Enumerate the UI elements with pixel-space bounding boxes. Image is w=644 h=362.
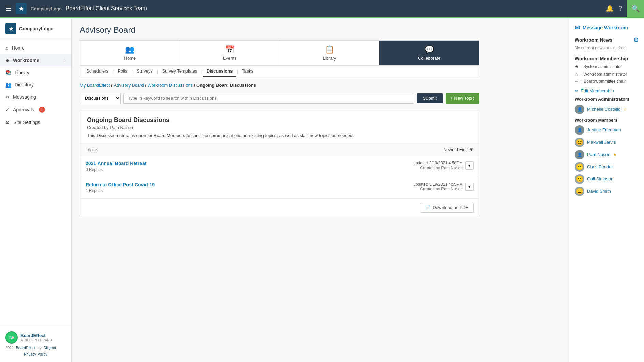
topic-left: 2021 Annual Board Retreat 0 Replies xyxy=(86,161,413,172)
tab-events[interactable]: 📅 Events xyxy=(180,41,280,65)
topic-name: Return to Office Post Covid-19 xyxy=(86,182,413,187)
tab-events-label: Events xyxy=(223,56,237,61)
list-item[interactable]: 🙂 Gail Simpson xyxy=(575,174,639,184)
message-workroom-button[interactable]: ✉ Message Workroom xyxy=(575,24,639,31)
search-submit-button[interactable]: Submit xyxy=(417,93,443,103)
search-type-select[interactable]: Discussions xyxy=(80,93,121,104)
sub-tab-survey-templates[interactable]: Survey Templates xyxy=(159,66,200,77)
discussion-title: Ongoing Board Discussions xyxy=(87,116,472,124)
sub-tab-surveys[interactable]: Surveys xyxy=(133,66,156,77)
notification-icon[interactable]: 🔔 xyxy=(606,5,613,12)
list-item[interactable]: 👤 Pam Nason ★ xyxy=(575,150,639,159)
sub-tab-schedulers[interactable]: Schedulers xyxy=(83,66,112,77)
hamburger-menu[interactable]: ☰ xyxy=(5,4,12,13)
discussion-section: Ongoing Board Discussions Created by Pam… xyxy=(80,111,479,217)
workroom-news-label: Workroom News xyxy=(575,37,612,43)
tab-library-icon: 📋 xyxy=(325,45,334,54)
sidebar-item-label: Home xyxy=(12,45,24,51)
sidebar-item-directory[interactable]: 👥 Directory xyxy=(0,79,71,91)
sidebar-item-label: Directory xyxy=(15,82,34,88)
discussion-meta: Created by Pam Nason xyxy=(87,125,472,130)
new-topic-button[interactable]: + New Topic xyxy=(446,93,479,104)
sidebar-logo: ★ CompanyLogo xyxy=(0,18,71,39)
workroom-news-empty: No current news at this time. xyxy=(575,46,639,50)
add-news-button[interactable]: ⊕ xyxy=(633,36,639,44)
tab-bar: 👥 Home 📅 Events 📋 Library 💬 Collaborate xyxy=(80,40,479,66)
list-item[interactable]: 😐 Chris Pender xyxy=(575,162,639,172)
breadcrumb-sep: / xyxy=(194,83,196,88)
tab-collaborate-label: Collaborate xyxy=(418,56,441,61)
download-pdf-button[interactable]: 📄 Download as PDF xyxy=(420,203,474,213)
sidebar-item-label: Library xyxy=(15,70,29,75)
avatar-icon: 😊 xyxy=(576,139,583,146)
sub-tab-discussions[interactable]: Discussions xyxy=(203,66,236,77)
tab-library[interactable]: 📋 Library xyxy=(280,41,380,65)
breadcrumb-my-boardeffect[interactable]: My BoardEffect xyxy=(80,83,110,88)
list-item[interactable]: 👤 Justine Friedman xyxy=(575,125,639,135)
sidebar-logo-icon: ★ xyxy=(5,23,16,34)
footer-diligent-link[interactable]: Diligent xyxy=(43,346,56,350)
footer-boardeffect-link[interactable]: BoardEffect xyxy=(16,346,35,350)
footer-privacy-link[interactable]: Privacy Policy xyxy=(24,352,47,356)
member-name: Chris Pender xyxy=(587,164,613,169)
top-bar-title: BoardEffect Client Services Team xyxy=(66,5,602,12)
tab-collaborate[interactable]: 💬 Collaborate xyxy=(379,41,479,65)
system-admin-star: ★ xyxy=(613,152,617,157)
legend-board-chair: ← = Board/Committee chair xyxy=(575,78,639,85)
member-avatar: 😑 xyxy=(575,187,584,196)
right-panel: ✉ Message Workroom Workroom News ⊕ No cu… xyxy=(569,18,644,362)
topic-right: updated 3/19/2021 4:58PM Created by Pam … xyxy=(413,161,474,170)
home-icon: ⌂ xyxy=(5,45,8,51)
member-avatar: 😊 xyxy=(575,138,584,147)
approvals-badge: 1 xyxy=(39,107,45,113)
list-item[interactable]: 😑 David Smith xyxy=(575,187,639,196)
member-name: Michelle Costello xyxy=(587,107,620,112)
member-name: David Smith xyxy=(587,189,611,194)
topics-sort-select[interactable]: Newest First ▼ xyxy=(443,147,474,152)
avatar-icon: 👤 xyxy=(577,128,582,132)
search-input[interactable] xyxy=(123,93,414,104)
sidebar-item-site-settings[interactable]: ⚙ Site Settings xyxy=(0,116,71,128)
help-icon[interactable]: ? xyxy=(619,5,622,12)
star-outline-icon: ☆ xyxy=(575,71,579,78)
breadcrumb-workroom-discussions[interactable]: Workroom Discussions xyxy=(148,83,193,88)
edit-membership-label: Edit Membership xyxy=(581,88,614,93)
sidebar-nav: ⌂ Home ⊞ Workrooms › 📚 Library 👥 Directo… xyxy=(0,39,71,326)
breadcrumb-sep: / xyxy=(145,83,147,88)
footer-by: by xyxy=(38,346,42,350)
topic-dropdown-button[interactable]: ▾ xyxy=(465,161,474,170)
membership-legend: ★ = System administrator ☆ = Workroom ad… xyxy=(575,63,639,85)
breadcrumb: My BoardEffect / Advisory Board / Workro… xyxy=(80,83,479,88)
topic-dropdown-button[interactable]: ▾ xyxy=(465,183,474,191)
table-row[interactable]: Return to Office Post Covid-19 1 Replies… xyxy=(80,177,479,198)
star-icon: ★ xyxy=(575,63,579,71)
list-item[interactable]: 😊 Maxwell Jarvis xyxy=(575,138,639,147)
list-item[interactable]: 👤 Michelle Costello ☆ xyxy=(575,105,639,114)
search-panel-icon[interactable]: 🔍 xyxy=(627,0,644,17)
workroom-news-section: Workroom News ⊕ No current news at this … xyxy=(575,36,639,50)
chevron-right-icon: › xyxy=(64,58,66,63)
member-avatar: 👤 xyxy=(575,150,584,159)
tab-events-icon: 📅 xyxy=(225,45,234,54)
avatar-icon: 👤 xyxy=(577,107,582,112)
sidebar-item-workrooms[interactable]: ⊞ Workrooms › xyxy=(0,54,71,66)
discussion-header: Ongoing Board Discussions Created by Pam… xyxy=(80,111,479,138)
table-row[interactable]: 2021 Annual Board Retreat 0 Replies upda… xyxy=(80,156,479,177)
sub-tab-polls[interactable]: Polls xyxy=(114,66,131,77)
breadcrumb-sep: / xyxy=(111,83,114,88)
sidebar-item-home[interactable]: ⌂ Home xyxy=(0,42,71,54)
sidebar-item-label: Workrooms xyxy=(13,58,40,63)
sub-tab-tasks[interactable]: Tasks xyxy=(239,66,257,77)
breadcrumb-advisory-board[interactable]: Advisory Board xyxy=(114,83,144,88)
tab-home[interactable]: 👥 Home xyxy=(80,41,180,65)
edit-membership-link[interactable]: ✏ Edit Membership xyxy=(575,88,639,93)
workroom-membership-title: Workroom Membership xyxy=(575,56,639,61)
sidebar-item-approvals[interactable]: ✓ Approvals 1 xyxy=(0,103,71,116)
member-name: Maxwell Jarvis xyxy=(587,140,616,145)
workrooms-icon: ⊞ xyxy=(5,58,10,63)
sidebar-item-messaging[interactable]: ✉ Messaging xyxy=(0,91,71,103)
company-logo-icon: ★ xyxy=(16,3,27,14)
download-row: 📄 Download as PDF xyxy=(80,198,479,217)
sidebar-item-library[interactable]: 📚 Library xyxy=(0,66,71,79)
tab-library-label: Library xyxy=(323,56,336,61)
